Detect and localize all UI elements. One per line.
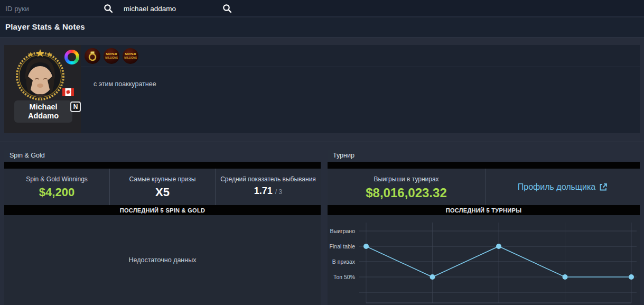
super-million-badge-icon[interactable]: SUPER MILLION$ xyxy=(123,48,138,64)
stat-avg-bustout: Средний показатель выбывания 1.71 / 3 xyxy=(215,169,321,205)
search-icon xyxy=(222,4,232,13)
tournament-section-header: ПОСЛЕДНИЙ 5 ТУРНИРЫ xyxy=(328,205,640,215)
svg-text:Выиграно: Выиграно xyxy=(330,228,355,234)
note-indicator-badge[interactable]: N xyxy=(70,101,81,112)
svg-text:В призах: В призах xyxy=(332,258,356,265)
search-icon xyxy=(104,4,113,13)
player-search-input[interactable] xyxy=(124,0,219,17)
top-search-bar xyxy=(0,0,644,17)
canada-flag-icon xyxy=(62,88,74,96)
svg-text:Final table: Final table xyxy=(330,243,356,249)
player-card: Michael Addamo N SUPER MILLION$ SUPER MI… xyxy=(4,45,640,133)
hand-id-input[interactable] xyxy=(5,0,100,17)
player-name[interactable]: Michael Addamo xyxy=(14,100,72,123)
hand-id-search-button[interactable] xyxy=(102,3,114,15)
biggest-prizes-value: X5 xyxy=(155,186,170,199)
divider-bar xyxy=(4,162,321,169)
staking-profile-link[interactable]: Профиль дольщика xyxy=(518,182,608,192)
section-divider xyxy=(0,142,644,142)
player-name-line1: Michael xyxy=(29,103,57,112)
svg-text:Топ 50%: Топ 50% xyxy=(333,274,355,280)
stat-biggest-prizes: Самые крупные призы X5 xyxy=(109,169,215,205)
spin-gold-panel: Spin & Gold Spin & Gold Winnings $4,200 … xyxy=(4,150,321,305)
last-5-tournaments-chart[interactable]: ВыиграноFinal tableВ призахТоп 50% xyxy=(328,215,640,305)
spin-gold-content: Недостаточно данных xyxy=(4,215,321,305)
divider-bar xyxy=(328,162,640,169)
spin-gold-winnings-value: $4,200 xyxy=(39,186,74,199)
player-name-line2: Addamo xyxy=(28,112,59,121)
color-wheel-icon[interactable] xyxy=(64,50,79,64)
gold-ring-badge-icon[interactable] xyxy=(85,48,100,64)
stat-spin-gold-winnings: Spin & Gold Winnings $4,200 xyxy=(4,169,109,205)
tournament-winnings-value: $8,016,023.32 xyxy=(366,186,446,200)
stat-tournament-winnings: Выигрыши в турнирах $8,016,023.32 xyxy=(328,169,485,205)
player-search-button[interactable] xyxy=(221,3,233,15)
no-data-message: Недостаточно данных xyxy=(4,215,321,305)
page-title: Player Stats & Notes xyxy=(5,22,85,31)
staking-profile-link-area: Профиль дольщика xyxy=(485,169,640,205)
page-header: Player Stats & Notes xyxy=(0,17,644,38)
spin-gold-section-header: ПОСЛЕДНИЙ 5 SPIN & GOLD xyxy=(4,205,321,215)
player-notes-zone: SUPER MILLION$ SUPER MILLION$ с этим поа… xyxy=(81,45,640,133)
tournament-chart-area: ВыиграноFinal tableВ призахТоп 50% xyxy=(328,215,640,305)
tournament-stats-row: Выигрыши в турнирах $8,016,023.32 Профил… xyxy=(328,169,640,205)
tab-spin-gold[interactable]: Spin & Gold xyxy=(4,150,50,162)
tab-tournament[interactable]: Турнир xyxy=(328,150,360,162)
player-avatar[interactable] xyxy=(14,49,67,101)
spin-gold-stats-row: Spin & Gold Winnings $4,200 Самые крупны… xyxy=(4,169,321,205)
avg-bustout-value: 1.71 / 3 xyxy=(254,186,282,197)
player-note-text: с этим поаккуратнее xyxy=(81,67,640,88)
ring-icon xyxy=(86,49,99,63)
tournament-panel: Турнир Выигрыши в турнирах $8,016,023.32… xyxy=(328,150,640,305)
player-avatar-zone: Michael Addamo N xyxy=(4,45,81,133)
super-million-badge-icon[interactable]: SUPER MILLION$ xyxy=(104,48,119,64)
achievement-badges-row: SUPER MILLION$ SUPER MILLION$ xyxy=(81,45,640,67)
avg-bustout-suffix: / 3 xyxy=(275,188,282,196)
external-link-icon xyxy=(599,183,608,191)
